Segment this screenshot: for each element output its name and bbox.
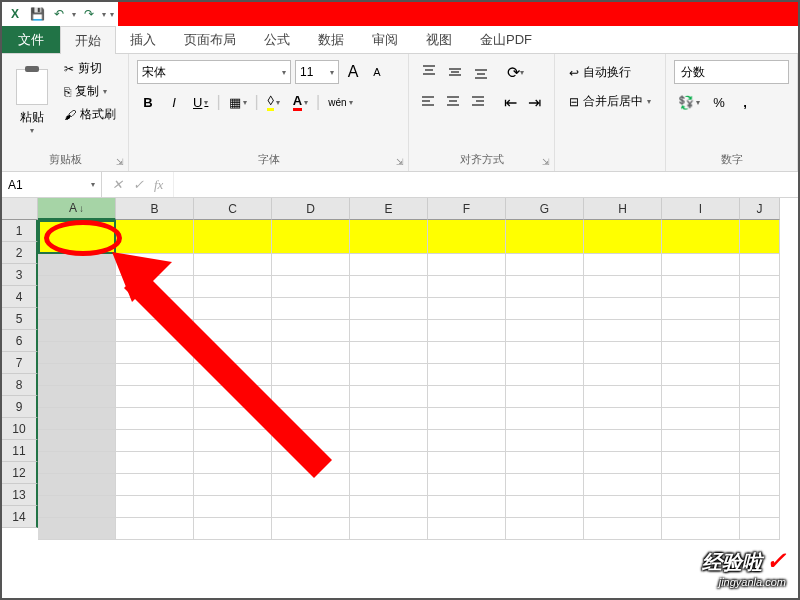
fill-icon: ◊ (267, 93, 273, 111)
clipboard-dialog-launcher[interactable]: ⇲ (116, 157, 124, 167)
group-label-number: 数字 (674, 150, 789, 171)
row-header[interactable]: 13 (2, 484, 38, 506)
row-header[interactable]: 10 (2, 418, 38, 440)
tab-data[interactable]: 数据 (304, 26, 358, 53)
watermark: 经验啦✓ jingyanla.com (702, 547, 786, 588)
table-row (38, 276, 780, 298)
col-header-g[interactable]: G (506, 198, 584, 220)
group-font: 宋体▾ 11▾ A A B I U▾ | ▦▾ | ◊▾ A▾ | wén▾ 字… (129, 54, 409, 171)
currency-button[interactable]: 💱▾ (674, 90, 704, 114)
name-box[interactable]: A1▾ (2, 172, 102, 197)
cancel-formula-icon[interactable]: ✕ (112, 177, 123, 192)
copy-icon: ⎘ (64, 85, 71, 99)
cells-area[interactable] (38, 220, 780, 540)
wrap-text-button[interactable]: ↩自动换行 (563, 60, 657, 85)
font-color-button[interactable]: A▾ (289, 90, 312, 114)
italic-button[interactable]: I (163, 90, 185, 114)
row-header[interactable]: 4 (2, 286, 38, 308)
brush-icon: 🖌 (64, 108, 76, 122)
row-header[interactable]: 7 (2, 352, 38, 374)
redo-icon[interactable]: ↷ (80, 5, 98, 23)
row-header[interactable]: 14 (2, 506, 38, 528)
align-top-button[interactable] (417, 60, 441, 84)
table-row (38, 386, 780, 408)
align-center-button[interactable] (442, 90, 465, 114)
row-header[interactable]: 8 (2, 374, 38, 396)
tab-page-layout[interactable]: 页面布局 (170, 26, 250, 53)
ribbon: 粘贴 ▾ ✂剪切 ⎘复制▾ 🖌格式刷 剪贴板 ⇲ 宋体▾ 11▾ A A B I (2, 54, 798, 172)
decrease-indent-button[interactable]: ⇤ (499, 90, 522, 114)
row-header[interactable]: 2 (2, 242, 38, 264)
col-header-d[interactable]: D (272, 198, 350, 220)
redo-dropdown[interactable]: ▾ (102, 10, 106, 19)
cut-button[interactable]: ✂剪切 (60, 58, 120, 79)
border-button[interactable]: ▦▾ (225, 90, 251, 114)
group-label-clipboard: 剪贴板 (10, 150, 120, 171)
tab-view[interactable]: 视图 (412, 26, 466, 53)
percent-button[interactable]: % (708, 90, 730, 114)
col-header-i[interactable]: I (662, 198, 740, 220)
group-clipboard: 粘贴 ▾ ✂剪切 ⎘复制▾ 🖌格式刷 剪贴板 ⇲ (2, 54, 129, 171)
row-header[interactable]: 12 (2, 462, 38, 484)
font-dialog-launcher[interactable]: ⇲ (396, 157, 404, 167)
decrease-font-button[interactable]: A (367, 60, 387, 84)
phonetic-button[interactable]: wén▾ (324, 90, 356, 114)
font-name-select[interactable]: 宋体▾ (137, 60, 291, 84)
tab-review[interactable]: 审阅 (358, 26, 412, 53)
fx-icon[interactable]: fx (154, 177, 163, 193)
increase-font-button[interactable]: A (343, 60, 363, 84)
excel-icon: X (6, 5, 24, 23)
tab-file[interactable]: 文件 (2, 26, 60, 53)
paste-button[interactable]: 粘贴 ▾ (10, 58, 54, 146)
row-header[interactable]: 6 (2, 330, 38, 352)
col-header-j[interactable]: J (740, 198, 780, 220)
qat-customize[interactable]: ▾ (110, 10, 114, 19)
row-header[interactable]: 9 (2, 396, 38, 418)
increase-indent-button[interactable]: ⇥ (523, 90, 546, 114)
align-left-button[interactable] (417, 90, 440, 114)
title-bar-redacted (118, 2, 798, 26)
wrap-icon: ↩ (569, 66, 579, 80)
col-header-h[interactable]: H (584, 198, 662, 220)
align-bottom-button[interactable] (469, 60, 493, 84)
row-header[interactable]: 5 (2, 308, 38, 330)
alignment-dialog-launcher[interactable]: ⇲ (542, 157, 550, 167)
select-all-corner[interactable] (2, 198, 38, 220)
comma-button[interactable]: , (734, 90, 756, 114)
row-header[interactable]: 3 (2, 264, 38, 286)
merge-icon: ⊟ (569, 95, 579, 109)
save-icon[interactable]: 💾 (28, 5, 46, 23)
cell[interactable] (38, 220, 116, 254)
row-header[interactable]: 11 (2, 440, 38, 462)
fill-color-button[interactable]: ◊▾ (263, 90, 285, 114)
underline-button[interactable]: U▾ (189, 90, 212, 114)
merge-center-button[interactable]: ⊟合并后居中▾ (563, 89, 657, 114)
number-format-select[interactable]: 分数 (674, 60, 789, 84)
row-header[interactable]: 1 (2, 220, 38, 242)
undo-icon[interactable]: ↶ (50, 5, 68, 23)
bold-button[interactable]: B (137, 90, 159, 114)
col-header-c[interactable]: C (194, 198, 272, 220)
tab-wps-pdf[interactable]: 金山PDF (466, 26, 546, 53)
formula-input[interactable] (173, 172, 798, 197)
align-middle-button[interactable] (443, 60, 467, 84)
tab-formulas[interactable]: 公式 (250, 26, 304, 53)
enter-formula-icon[interactable]: ✓ (133, 177, 144, 192)
table-row (38, 254, 780, 276)
col-header-f[interactable]: F (428, 198, 506, 220)
tab-insert[interactable]: 插入 (116, 26, 170, 53)
table-row (38, 408, 780, 430)
undo-dropdown[interactable]: ▾ (72, 10, 76, 19)
scissors-icon: ✂ (64, 62, 74, 76)
orientation-button[interactable]: ⟳▾ (503, 60, 527, 84)
font-size-select[interactable]: 11▾ (295, 60, 339, 84)
align-right-button[interactable] (466, 90, 489, 114)
watermark-text: 经验啦 (702, 551, 762, 573)
copy-button[interactable]: ⎘复制▾ (60, 81, 120, 102)
format-painter-button[interactable]: 🖌格式刷 (60, 104, 120, 125)
tab-home[interactable]: 开始 (60, 26, 116, 54)
col-header-a[interactable]: A↓ (38, 198, 116, 220)
col-header-b[interactable]: B (116, 198, 194, 220)
table-row (38, 342, 780, 364)
col-header-e[interactable]: E (350, 198, 428, 220)
